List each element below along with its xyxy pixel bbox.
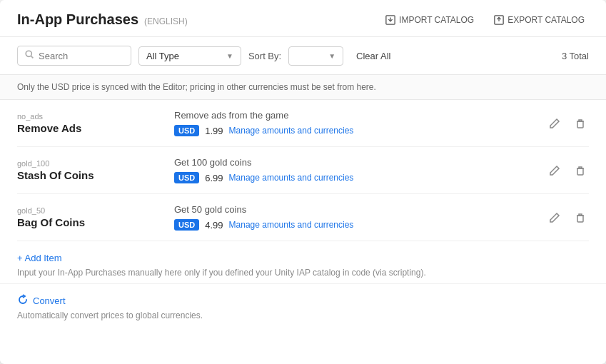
export-label: EXPORT CATALOG [507, 15, 585, 25]
header-actions: IMPORT CATALOG EXPORT CATALOG [381, 12, 589, 28]
pencil-icon [549, 212, 560, 223]
sort-select[interactable]: Name Price [296, 51, 324, 61]
item-left-0: no_ads Remove Ads [17, 112, 174, 134]
type-filter-arrow: ▼ [226, 52, 233, 60]
item-center-0: Remove ads from the game USD 1.99 Manage… [174, 110, 535, 136]
svg-rect-6 [577, 121, 583, 128]
convert-button[interactable]: Convert [17, 294, 589, 308]
item-name-1: Stash Of Coins [17, 169, 174, 181]
table-row: no_ads Remove Ads Remove ads from the ga… [17, 100, 589, 147]
item-actions-2 [546, 209, 589, 226]
convert-label: Convert [33, 295, 66, 306]
sort-arrow: ▼ [328, 52, 335, 60]
item-id-2: gold_50 [17, 206, 174, 215]
item-id-0: no_ads [17, 112, 174, 121]
trash-icon [575, 118, 586, 129]
item-left-2: gold_50 Bag Of Coins [17, 206, 174, 228]
usd-badge-0: USD [174, 125, 199, 136]
header-title-group: In-App Purchases (ENGLISH) [17, 11, 188, 28]
svg-point-4 [26, 51, 31, 56]
table-row: gold_100 Stash Of Coins Get 100 gold coi… [17, 147, 589, 194]
manage-link-0[interactable]: Manage amounts and currencies [229, 126, 354, 136]
item-actions-1 [546, 162, 589, 179]
manage-link-1[interactable]: Manage amounts and currencies [229, 173, 354, 183]
convert-section: Convert Automatically convert prices to … [0, 284, 606, 330]
item-actions-0 [546, 115, 589, 132]
type-filter-dropdown[interactable]: All Type Consumable Non-Consumable Subsc… [138, 46, 241, 66]
price-value-0: 1.99 [205, 126, 223, 136]
clear-all-button[interactable]: Clear All [350, 47, 396, 65]
page-title: In-App Purchases [17, 11, 138, 28]
info-bar: Only the USD price is synced with the Ed… [0, 75, 606, 100]
item-price-0: USD 1.99 Manage amounts and currencies [174, 125, 535, 136]
trash-icon [575, 165, 586, 176]
export-catalog-button[interactable]: EXPORT CATALOG [490, 12, 589, 28]
main-window: In-App Purchases (ENGLISH) IMPORT CATALO… [0, 0, 606, 364]
add-item-section: + Add Item Input your In-App Purchases m… [0, 241, 606, 284]
delete-button-1[interactable] [572, 162, 589, 179]
price-value-2: 4.99 [205, 220, 223, 231]
svg-rect-8 [577, 216, 583, 222]
usd-badge-2: USD [174, 219, 199, 231]
edit-button-1[interactable] [546, 162, 563, 179]
item-price-2: USD 4.99 Manage amounts and currencies [174, 219, 535, 231]
usd-badge-1: USD [174, 172, 199, 183]
import-label: IMPORT CATALOG [399, 15, 474, 25]
type-filter-select[interactable]: All Type Consumable Non-Consumable Subsc… [146, 51, 222, 61]
search-input[interactable] [39, 51, 123, 61]
import-icon [385, 15, 395, 25]
item-price-1: USD 6.99 Manage amounts and currencies [174, 172, 535, 183]
add-item-button[interactable]: + Add Item [17, 253, 62, 263]
header: In-App Purchases (ENGLISH) IMPORT CATALO… [0, 0, 606, 37]
language-label: (ENGLISH) [144, 16, 188, 26]
edit-button-0[interactable] [546, 115, 563, 132]
trash-icon [575, 212, 586, 223]
table-row: gold_50 Bag Of Coins Get 50 gold coins U… [17, 194, 589, 241]
sort-by-label: Sort By: [248, 51, 281, 61]
items-list: no_ads Remove Ads Remove ads from the ga… [0, 100, 606, 241]
import-catalog-button[interactable]: IMPORT CATALOG [381, 12, 478, 28]
search-icon [25, 50, 34, 61]
item-center-1: Get 100 gold coins USD 6.99 Manage amoun… [174, 157, 535, 183]
svg-line-5 [31, 56, 34, 59]
convert-description: Automatically convert prices to global c… [17, 310, 589, 320]
edit-button-2[interactable] [546, 209, 563, 226]
delete-button-2[interactable] [572, 209, 589, 226]
manage-link-2[interactable]: Manage amounts and currencies [229, 220, 354, 230]
pencil-icon [549, 165, 560, 176]
item-name-0: Remove Ads [17, 122, 174, 134]
item-left-1: gold_100 Stash Of Coins [17, 159, 174, 181]
total-count: 3 Total [562, 51, 589, 61]
price-value-1: 6.99 [205, 173, 223, 183]
item-center-2: Get 50 gold coins USD 4.99 Manage amount… [174, 204, 535, 231]
convert-icon [17, 294, 29, 308]
item-desc-1: Get 100 gold coins [174, 157, 535, 168]
pencil-icon [549, 118, 560, 129]
toolbar: All Type Consumable Non-Consumable Subsc… [0, 37, 606, 75]
search-box[interactable] [17, 46, 131, 66]
delete-button-0[interactable] [572, 115, 589, 132]
item-desc-0: Remove ads from the game [174, 110, 535, 121]
add-item-description: Input your In-App Purchases manually her… [17, 268, 589, 278]
item-name-2: Bag Of Coins [17, 216, 174, 228]
item-desc-2: Get 50 gold coins [174, 204, 535, 215]
sort-dropdown[interactable]: Name Price ▼ [288, 46, 343, 66]
export-icon [494, 15, 504, 25]
svg-rect-7 [577, 168, 583, 175]
item-id-1: gold_100 [17, 159, 174, 168]
info-message: Only the USD price is synced with the Ed… [17, 82, 376, 92]
